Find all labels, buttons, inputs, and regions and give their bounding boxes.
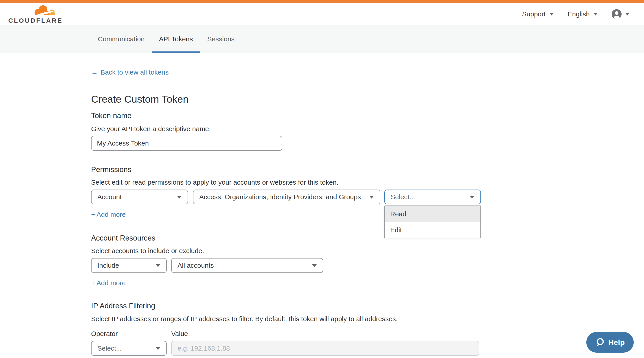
permissions-select-row: Account Access: Organizations, Identity … xyxy=(91,190,481,204)
permission-group-select[interactable]: Access: Organizations, Identity Provider… xyxy=(193,190,380,204)
resource-mode-value: Include xyxy=(98,262,119,269)
language-menu[interactable]: English xyxy=(568,10,598,18)
token-name-description: Give your API token a descriptive name. xyxy=(91,125,282,133)
profile-tabbar: Communication API Tokens Sessions xyxy=(0,25,644,53)
ip-filter-row: Select... xyxy=(91,341,479,356)
user-avatar-icon xyxy=(612,9,622,19)
tab-api-tokens[interactable]: API Tokens xyxy=(152,25,200,53)
ip-filtering-description: Select IP addresses or ranges of IP addr… xyxy=(91,315,479,323)
support-menu-label: Support xyxy=(522,10,546,18)
ip-operator-select[interactable]: Select... xyxy=(91,341,167,356)
chevron-down-icon xyxy=(549,13,554,16)
tab-communication[interactable]: Communication xyxy=(91,25,152,53)
chevron-down-icon xyxy=(177,196,182,199)
ip-value-input[interactable] xyxy=(171,341,479,356)
resource-mode-select[interactable]: Include xyxy=(91,258,167,273)
support-menu[interactable]: Support xyxy=(522,10,554,18)
cloudflare-wordmark: CLOUDFLARE xyxy=(8,17,56,24)
chevron-down-icon xyxy=(312,264,317,267)
resource-accounts-value: All accounts xyxy=(178,262,214,269)
cloudflare-cloud-icon xyxy=(30,5,56,17)
back-to-tokens-link[interactable]: ← Back to view all tokens xyxy=(91,69,168,76)
account-resources-add-more-link[interactable]: + Add more xyxy=(91,279,126,287)
token-name-input[interactable] xyxy=(91,136,282,151)
help-button[interactable]: Help xyxy=(586,332,634,352)
permissions-add-more-link[interactable]: + Add more xyxy=(91,211,126,218)
menu-option-edit[interactable]: Edit xyxy=(385,222,480,238)
create-custom-token-page: CLOUDFLARE Support English xyxy=(0,0,644,358)
permissions-heading: Permissions xyxy=(91,165,481,174)
resource-accounts-select[interactable]: All accounts xyxy=(171,258,323,273)
menu-option-read[interactable]: Read xyxy=(385,206,480,222)
tab-sessions[interactable]: Sessions xyxy=(200,25,242,53)
value-label: Value xyxy=(171,330,188,337)
chevron-down-icon xyxy=(593,13,598,16)
permissions-description: Select edit or read permissions to apply… xyxy=(91,179,481,186)
account-resources-select-row: Include All accounts xyxy=(91,258,323,273)
cloudflare-logo[interactable]: CLOUDFLARE xyxy=(8,5,56,24)
account-menu[interactable] xyxy=(612,9,630,19)
ip-filtering-section: IP Address Filtering Select IP addresses… xyxy=(91,302,479,356)
header: CLOUDFLARE Support English xyxy=(0,3,644,25)
chevron-down-icon xyxy=(369,196,374,199)
chat-bubble-icon xyxy=(595,337,605,347)
chevron-down-icon xyxy=(156,264,160,267)
permission-scope-select[interactable]: Account xyxy=(91,190,188,204)
chevron-down-icon xyxy=(470,196,474,199)
language-menu-label: English xyxy=(568,10,590,18)
permission-level-placeholder: Select... xyxy=(391,193,415,201)
ip-filtering-heading: IP Address Filtering xyxy=(91,302,479,310)
token-name-heading: Token name xyxy=(91,111,282,120)
ip-operator-placeholder: Select... xyxy=(98,344,122,352)
arrow-left-icon: ← xyxy=(91,69,98,76)
header-nav: Support English xyxy=(522,3,630,25)
account-resources-section: Account Resources Select accounts to inc… xyxy=(91,234,323,287)
account-resources-heading: Account Resources xyxy=(91,234,323,242)
page-title: Create Custom Token xyxy=(91,93,188,105)
account-resources-description: Select accounts to include or exclude. xyxy=(91,247,323,255)
permission-level-dropdown-menu: Read Edit xyxy=(384,205,481,238)
back-link-label: Back to view all tokens xyxy=(100,69,168,76)
ip-field-labels: Operator Value xyxy=(91,330,479,337)
permission-scope-value: Account xyxy=(98,193,122,201)
brand-top-bar xyxy=(0,0,644,3)
token-name-section: Token name Give your API token a descrip… xyxy=(91,111,282,151)
help-button-label: Help xyxy=(608,338,625,347)
operator-label: Operator xyxy=(91,330,171,337)
permission-group-value: Access: Organizations, Identity Provider… xyxy=(199,193,361,201)
chevron-down-icon xyxy=(625,13,630,16)
chevron-down-icon xyxy=(156,347,160,350)
permission-level-select[interactable]: Select... xyxy=(384,190,481,204)
